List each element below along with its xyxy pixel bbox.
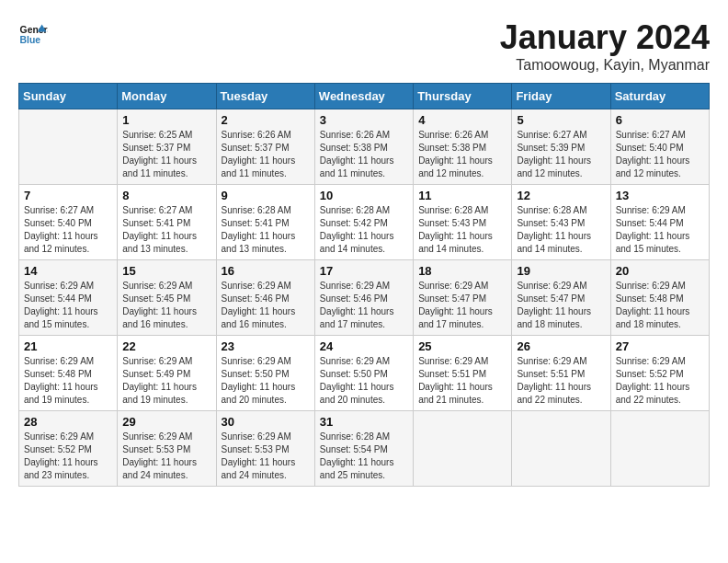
day-info: Sunrise: 6:27 AMSunset: 5:39 PMDaylight:…	[517, 129, 605, 180]
day-number: 24	[320, 339, 408, 353]
calendar-cell	[512, 411, 610, 487]
day-info: Sunrise: 6:29 AMSunset: 5:46 PMDaylight:…	[222, 280, 310, 331]
day-number: 15	[122, 264, 210, 278]
calendar-cell: 9Sunrise: 6:28 AMSunset: 5:41 PMDaylight…	[216, 185, 314, 260]
calendar-cell: 19Sunrise: 6:29 AMSunset: 5:47 PMDayligh…	[512, 260, 610, 336]
calendar-cell: 10Sunrise: 6:28 AMSunset: 5:42 PMDayligh…	[314, 185, 413, 260]
day-number: 22	[122, 339, 210, 353]
day-number: 5	[517, 113, 605, 127]
day-info: Sunrise: 6:28 AMSunset: 5:41 PMDaylight:…	[222, 204, 310, 256]
day-info: Sunrise: 6:29 AMSunset: 5:48 PMDaylight:…	[24, 355, 112, 407]
day-info: Sunrise: 6:27 AMSunset: 5:41 PMDaylight:…	[122, 204, 210, 256]
calendar-cell: 24Sunrise: 6:29 AMSunset: 5:50 PMDayligh…	[314, 336, 413, 411]
day-number: 13	[616, 189, 704, 202]
day-number: 10	[320, 189, 408, 202]
weekday-header: Tuesday	[216, 84, 314, 109]
calendar-cell	[414, 411, 512, 487]
day-number: 8	[122, 189, 210, 202]
calendar-cell: 21Sunrise: 6:29 AMSunset: 5:48 PMDayligh…	[19, 336, 118, 411]
weekday-header: Saturday	[610, 84, 709, 109]
calendar-cell: 28Sunrise: 6:29 AMSunset: 5:52 PMDayligh…	[19, 411, 118, 487]
calendar-cell: 5Sunrise: 6:27 AMSunset: 5:39 PMDaylight…	[512, 109, 610, 185]
calendar-cell: 29Sunrise: 6:29 AMSunset: 5:53 PMDayligh…	[118, 411, 216, 487]
calendar-cell: 15Sunrise: 6:29 AMSunset: 5:45 PMDayligh…	[118, 260, 216, 336]
day-number: 18	[418, 264, 506, 278]
day-number: 16	[222, 264, 310, 278]
day-number: 12	[517, 189, 605, 202]
calendar-cell: 27Sunrise: 6:29 AMSunset: 5:52 PMDayligh…	[610, 336, 709, 411]
day-number: 9	[222, 189, 310, 202]
day-number: 14	[24, 264, 112, 278]
calendar-cell: 22Sunrise: 6:29 AMSunset: 5:49 PMDayligh…	[118, 336, 216, 411]
day-number: 21	[24, 339, 112, 353]
weekday-header: Friday	[512, 84, 610, 109]
title-block: January 2024 Tamoowoug, Kayin, Myanmar	[500, 18, 710, 74]
weekday-header: Monday	[118, 84, 216, 109]
day-info: Sunrise: 6:29 AMSunset: 5:44 PMDaylight:…	[616, 204, 704, 256]
calendar-cell	[19, 109, 118, 185]
calendar-cell: 23Sunrise: 6:29 AMSunset: 5:50 PMDayligh…	[216, 336, 314, 411]
calendar-week-row: 14Sunrise: 6:29 AMSunset: 5:44 PMDayligh…	[19, 260, 710, 336]
day-number: 11	[418, 189, 506, 202]
calendar-cell: 8Sunrise: 6:27 AMSunset: 5:41 PMDaylight…	[118, 185, 216, 260]
day-info: Sunrise: 6:29 AMSunset: 5:53 PMDaylight:…	[122, 431, 210, 482]
day-info: Sunrise: 6:29 AMSunset: 5:53 PMDaylight:…	[222, 431, 310, 482]
calendar-cell: 12Sunrise: 6:28 AMSunset: 5:43 PMDayligh…	[512, 185, 610, 260]
calendar-cell: 30Sunrise: 6:29 AMSunset: 5:53 PMDayligh…	[216, 411, 314, 487]
day-number: 17	[320, 264, 408, 278]
calendar-cell: 18Sunrise: 6:29 AMSunset: 5:47 PMDayligh…	[414, 260, 512, 336]
calendar-week-row: 7Sunrise: 6:27 AMSunset: 5:40 PMDaylight…	[19, 185, 710, 260]
day-number: 29	[122, 415, 210, 429]
calendar-table: SundayMondayTuesdayWednesdayThursdayFrid…	[18, 83, 710, 487]
calendar-cell: 16Sunrise: 6:29 AMSunset: 5:46 PMDayligh…	[216, 260, 314, 336]
day-number: 19	[517, 264, 605, 278]
calendar-cell: 14Sunrise: 6:29 AMSunset: 5:44 PMDayligh…	[19, 260, 118, 336]
day-number: 23	[222, 339, 310, 353]
weekday-header: Sunday	[19, 84, 118, 109]
day-info: Sunrise: 6:25 AMSunset: 5:37 PMDaylight:…	[122, 129, 210, 180]
day-info: Sunrise: 6:29 AMSunset: 5:47 PMDaylight:…	[418, 280, 506, 331]
weekday-header: Thursday	[414, 84, 512, 109]
day-info: Sunrise: 6:27 AMSunset: 5:40 PMDaylight:…	[24, 204, 112, 256]
month-title: January 2024	[500, 18, 710, 57]
day-number: 30	[222, 415, 310, 429]
day-number: 25	[418, 339, 506, 353]
day-info: Sunrise: 6:29 AMSunset: 5:50 PMDaylight:…	[222, 355, 310, 407]
day-info: Sunrise: 6:28 AMSunset: 5:43 PMDaylight:…	[517, 204, 605, 256]
calendar-cell: 31Sunrise: 6:28 AMSunset: 5:54 PMDayligh…	[314, 411, 413, 487]
day-info: Sunrise: 6:27 AMSunset: 5:40 PMDaylight:…	[616, 129, 704, 180]
calendar-cell: 6Sunrise: 6:27 AMSunset: 5:40 PMDaylight…	[610, 109, 709, 185]
day-info: Sunrise: 6:29 AMSunset: 5:50 PMDaylight:…	[320, 355, 408, 407]
day-number: 26	[517, 339, 605, 353]
calendar-cell: 3Sunrise: 6:26 AMSunset: 5:38 PMDaylight…	[314, 109, 413, 185]
day-info: Sunrise: 6:26 AMSunset: 5:38 PMDaylight:…	[320, 129, 408, 180]
day-number: 3	[320, 113, 408, 127]
day-info: Sunrise: 6:29 AMSunset: 5:44 PMDaylight:…	[24, 280, 112, 331]
calendar-cell: 20Sunrise: 6:29 AMSunset: 5:48 PMDayligh…	[610, 260, 709, 336]
logo-icon: General Blue	[18, 18, 48, 48]
day-info: Sunrise: 6:29 AMSunset: 5:51 PMDaylight:…	[517, 355, 605, 407]
calendar-cell: 17Sunrise: 6:29 AMSunset: 5:46 PMDayligh…	[314, 260, 413, 336]
day-number: 27	[616, 339, 704, 353]
day-info: Sunrise: 6:29 AMSunset: 5:49 PMDaylight:…	[122, 355, 210, 407]
calendar-cell: 11Sunrise: 6:28 AMSunset: 5:43 PMDayligh…	[414, 185, 512, 260]
location-subtitle: Tamoowoug, Kayin, Myanmar	[500, 57, 710, 74]
day-number: 2	[222, 113, 310, 127]
day-info: Sunrise: 6:28 AMSunset: 5:43 PMDaylight:…	[418, 204, 506, 256]
header-row: SundayMondayTuesdayWednesdayThursdayFrid…	[19, 84, 710, 109]
day-info: Sunrise: 6:26 AMSunset: 5:37 PMDaylight:…	[222, 129, 310, 180]
weekday-header: Wednesday	[314, 84, 413, 109]
calendar-week-row: 1Sunrise: 6:25 AMSunset: 5:37 PMDaylight…	[19, 109, 710, 185]
day-number: 20	[616, 264, 704, 278]
day-number: 28	[24, 415, 112, 429]
calendar-cell: 26Sunrise: 6:29 AMSunset: 5:51 PMDayligh…	[512, 336, 610, 411]
day-info: Sunrise: 6:26 AMSunset: 5:38 PMDaylight:…	[418, 129, 506, 180]
day-info: Sunrise: 6:29 AMSunset: 5:47 PMDaylight:…	[517, 280, 605, 331]
calendar-cell: 7Sunrise: 6:27 AMSunset: 5:40 PMDaylight…	[19, 185, 118, 260]
day-number: 7	[24, 189, 112, 202]
day-info: Sunrise: 6:29 AMSunset: 5:46 PMDaylight:…	[320, 280, 408, 331]
calendar-cell: 1Sunrise: 6:25 AMSunset: 5:37 PMDaylight…	[118, 109, 216, 185]
day-number: 1	[122, 113, 210, 127]
svg-text:Blue: Blue	[20, 35, 41, 45]
calendar-cell: 13Sunrise: 6:29 AMSunset: 5:44 PMDayligh…	[610, 185, 709, 260]
